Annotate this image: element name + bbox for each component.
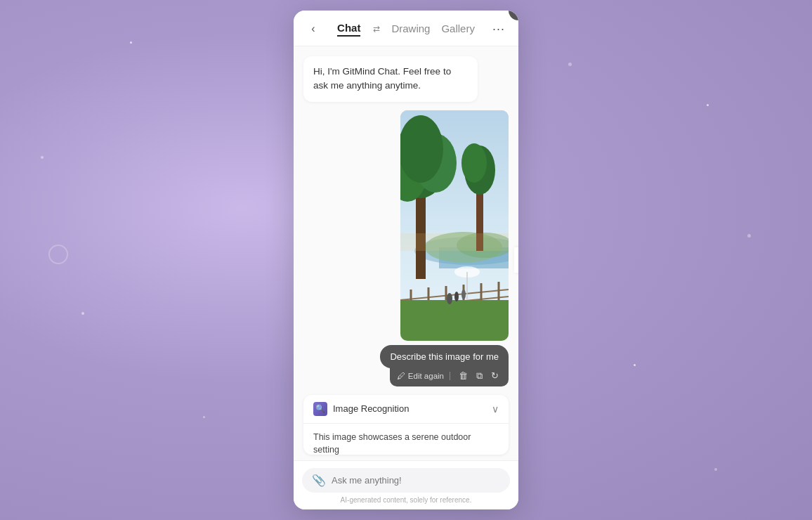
copy-message-button[interactable]: ⧉ [473, 369, 485, 383]
image-recognition-icon: 🔍 [313, 402, 327, 416]
tab-drawing[interactable]: Drawing [391, 22, 430, 36]
uploaded-image [400, 110, 509, 341]
back-button[interactable]: ‹ [303, 19, 323, 39]
chat-header: ‹ Chat ⇄ Drawing Gallery ··· [294, 11, 518, 46]
tab-chat[interactable]: Chat [337, 22, 360, 37]
chat-tab-icon: ⇄ [373, 24, 380, 34]
delete-message-button[interactable]: 🗑 [456, 369, 471, 382]
ai-response-label: 🔍 Image Recognition [313, 402, 409, 416]
edit-icon: 🖊 [397, 371, 405, 381]
disclaimer-text: AI-generated content, solely for referen… [302, 496, 510, 504]
expand-panel-button[interactable]: ▶ [514, 247, 518, 273]
chat-body: Hi, I'm GitMind Chat. Feel free to ask m… [294, 46, 518, 460]
action-separator [450, 372, 450, 380]
svg-rect-21 [400, 300, 509, 341]
header-tabs: Chat ⇄ Drawing Gallery [329, 22, 483, 37]
user-message-bubble: Describe this image for me [380, 345, 509, 368]
attach-icon[interactable]: 📎 [312, 474, 326, 487]
svg-point-9 [400, 115, 443, 183]
ai-response-body: This image showcases a serene outdoor se… [303, 424, 509, 455]
edit-again-button[interactable]: 🖊 Edit again [397, 371, 444, 381]
svg-point-12 [461, 143, 487, 183]
chevron-down-icon: ∨ [492, 403, 499, 415]
chat-input-area: 📎 AI-generated content, solely for refer… [294, 460, 518, 509]
ai-response-header[interactable]: 🔍 Image Recognition ∨ [303, 395, 509, 424]
input-row: 📎 [302, 468, 510, 493]
tab-gallery[interactable]: Gallery [441, 22, 475, 36]
message-actions-bar: 🖊 Edit again 🗑 ⧉ ↻ [390, 365, 509, 386]
svg-rect-27 [400, 233, 509, 251]
svg-point-23 [454, 292, 459, 301]
more-options-button[interactable]: ··· [489, 19, 509, 39]
user-message-area: Describe this image for me 🖊 Edit again … [380, 110, 509, 386]
svg-point-22 [447, 293, 452, 304]
welcome-message: Hi, I'm GitMind Chat. Feel free to ask m… [303, 56, 478, 102]
chat-panel: ✕ ▶ ‹ Chat ⇄ Drawing Gallery ··· Hi, I'm… [294, 11, 518, 509]
svg-point-24 [461, 290, 466, 299]
refresh-message-button[interactable]: ↻ [488, 369, 502, 382]
chat-input[interactable] [332, 475, 500, 486]
ai-response-block: 🔍 Image Recognition ∨ This image showcas… [303, 395, 509, 455]
